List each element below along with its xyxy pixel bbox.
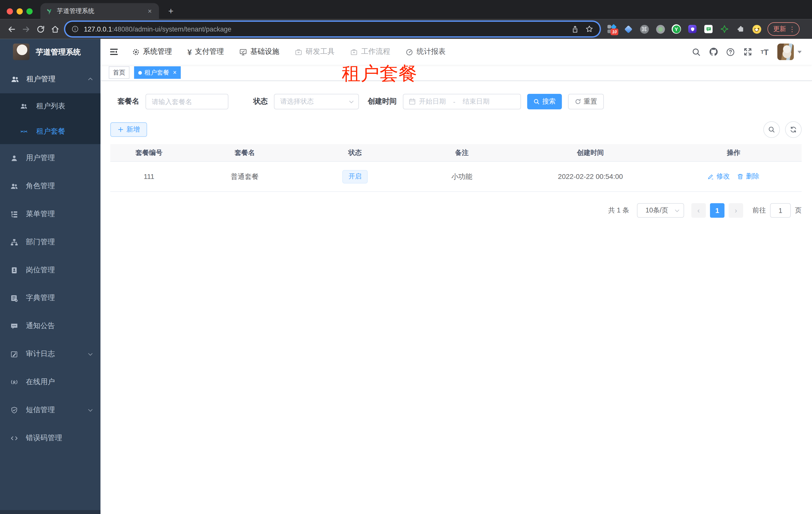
start-date-placeholder[interactable]: 开始日期 [419, 97, 446, 106]
sidebar-item-error-code[interactable]: 错误码管理 [0, 424, 100, 452]
chrome-update-menu-button[interactable]: 更新 ⋮ [767, 22, 800, 36]
tab-close-icon[interactable]: × [146, 7, 154, 16]
chat-bubble-icon [10, 322, 18, 330]
site-info-icon[interactable] [71, 26, 79, 33]
sidebar-item-tenant-list[interactable]: 租户列表 [0, 93, 100, 119]
wappalyzer-extension-icon[interactable]: 10 [608, 24, 617, 33]
new-tab-button[interactable]: + [165, 5, 177, 18]
chat-extension-icon[interactable] [704, 24, 713, 33]
emoji-extension-icon[interactable] [752, 24, 761, 33]
nav-statistics[interactable]: 统计报表 [406, 47, 446, 57]
gem-extension-icon[interactable] [624, 24, 633, 33]
goto-page-input[interactable] [770, 203, 791, 218]
y-extension-icon[interactable]: Y [672, 24, 681, 33]
sidebar-item-role-mgmt[interactable]: 角色管理 [0, 172, 100, 200]
screen: 芋道管理系统 × + 127.0.0.1:48080/admin-ui/syst… [0, 0, 812, 514]
github-icon[interactable] [705, 43, 722, 60]
reset-button[interactable]: 重置 [568, 94, 604, 109]
status-label: 状态 [253, 97, 274, 106]
nav-infrastructure[interactable]: 基础设施 [239, 47, 280, 57]
table-refresh-icon[interactable] [785, 121, 802, 138]
top-navbar: 系统管理 ¥ 支付管理 基础设施 研发工具 [100, 39, 812, 65]
macos-traffic-lights[interactable] [7, 8, 33, 15]
users-icon [10, 182, 18, 190]
end-date-placeholder[interactable]: 结束日期 [463, 97, 490, 106]
sidebar-item-sms-mgmt[interactable]: 短信管理 [0, 396, 100, 424]
prev-page-button[interactable]: ‹ [691, 203, 706, 218]
page-unit-label: 页 [795, 206, 802, 215]
nav-workflow[interactable]: 工作流程 [350, 47, 390, 57]
next-page-button[interactable]: › [729, 203, 743, 218]
recorder-extension-icon[interactable] [656, 24, 665, 33]
sidebar-item-user-mgmt[interactable]: 用户管理 [0, 144, 100, 172]
sidebar-item-menu-mgmt[interactable]: 菜单管理 [0, 200, 100, 228]
table-actions-row: 新增 [110, 121, 802, 138]
avatar-caret-down-icon[interactable] [798, 51, 802, 53]
update-label: 更新 [773, 25, 786, 33]
browser-tab[interactable]: 芋道管理系统 × [40, 3, 159, 19]
app-logo-row[interactable]: 芋道管理系统 [0, 39, 100, 65]
tag-tenant-package[interactable]: 租户套餐 × [134, 66, 181, 79]
badge-icon [10, 266, 18, 274]
sidebar-collapse-bar[interactable] [0, 510, 100, 514]
delete-link[interactable]: 删除 [737, 172, 759, 181]
user-avatar[interactable] [777, 44, 794, 60]
sidebar-item-audit-log[interactable]: 审计日志 [0, 340, 100, 368]
green-star-extension-icon[interactable] [720, 24, 729, 33]
close-window-button[interactable] [7, 8, 13, 15]
search-button[interactable]: 搜索 [527, 94, 562, 109]
back-icon[interactable] [4, 22, 19, 36]
table-search-toggle-icon[interactable] [763, 121, 780, 138]
add-button[interactable]: 新增 [110, 123, 147, 137]
share-icon[interactable] [571, 25, 579, 33]
sidebar-item-dict-mgmt[interactable]: 字典管理 [0, 284, 100, 312]
tag-home[interactable]: 首页 [109, 66, 129, 79]
sidebar-item-tenant-package[interactable]: 租户套餐 [0, 118, 100, 144]
reload-icon[interactable] [33, 22, 48, 36]
url-bar[interactable]: 127.0.0.1:48080/admin-ui/system/tenant/p… [65, 22, 600, 36]
chevron-down-icon [87, 351, 93, 357]
font-size-icon[interactable]: TT [756, 43, 773, 60]
home-icon[interactable] [48, 22, 62, 36]
nav-payment-mgmt[interactable]: ¥ 支付管理 [187, 47, 224, 57]
cell-package-id: 111 [110, 173, 188, 181]
cell-operations: 修改 删除 [666, 172, 802, 181]
edit-link[interactable]: 修改 [708, 172, 730, 181]
fullscreen-icon[interactable] [739, 43, 756, 60]
collapse-sidebar-icon[interactable] [109, 47, 118, 57]
users-icon [20, 102, 28, 110]
sidebar-item-notice[interactable]: 通知公告 [0, 312, 100, 340]
current-page-button[interactable]: 1 [710, 203, 725, 218]
tags-view-bar: 首页 租户套餐 × [100, 65, 812, 81]
sidebar-item-dept-mgmt[interactable]: 部门管理 [0, 228, 100, 256]
command-extension-icon[interactable] [639, 24, 649, 33]
forward-icon[interactable] [19, 22, 33, 36]
status-select[interactable]: 请选择状态 [274, 94, 359, 109]
eye-closed-icon [20, 128, 28, 135]
privacy-shield-extension-icon[interactable] [688, 24, 697, 33]
broadcast-icon [10, 378, 18, 386]
trash-icon [737, 173, 744, 180]
url-text[interactable]: 127.0.0.1:48080/admin-ui/system/tenant/p… [84, 25, 567, 33]
status-chip[interactable]: 开启 [342, 170, 368, 183]
sidebar-item-post-mgmt[interactable]: 岗位管理 [0, 256, 100, 284]
nav-system-mgmt[interactable]: 系统管理 [132, 47, 172, 57]
package-name-input[interactable] [145, 94, 228, 109]
page-size-select[interactable]: 10条/页 [637, 203, 684, 218]
minimize-window-button[interactable] [17, 8, 23, 15]
plus-icon [117, 126, 124, 133]
help-icon[interactable] [722, 43, 739, 60]
sidebar-item-online-users[interactable]: 在线用户 [0, 368, 100, 396]
col-header: 套餐名 [188, 148, 302, 157]
date-range-picker[interactable]: 开始日期 - 结束日期 [403, 94, 521, 109]
cell-remark: 小功能 [408, 172, 516, 181]
tag-close-icon[interactable]: × [173, 70, 177, 76]
zoom-window-button[interactable] [27, 8, 33, 15]
cell-package-name: 普通套餐 [188, 172, 302, 181]
header-search-icon[interactable] [688, 43, 705, 60]
bookmark-star-icon[interactable] [585, 25, 593, 33]
page-content: 套餐名 状态 请选择状态 创建时间 开始日期 [100, 81, 812, 514]
nav-dev-tools[interactable]: 研发工具 [295, 47, 335, 57]
sidebar-group-tenant[interactable]: 租户管理 [0, 65, 100, 93]
puzzle-extensions-icon[interactable] [736, 24, 745, 33]
